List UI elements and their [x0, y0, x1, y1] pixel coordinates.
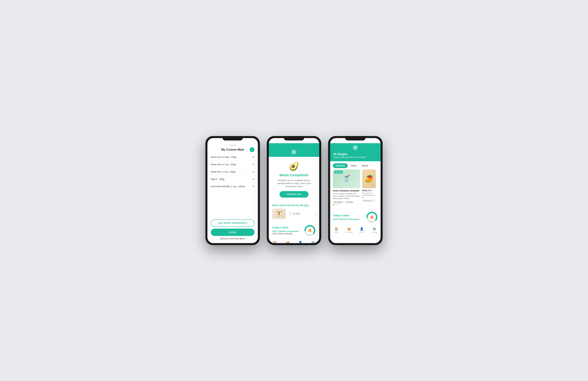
- phones-container: My Custom Meal ✓ Brazil Nuts (4 Cups - 5…: [205, 136, 383, 245]
- recipe-card-2: 🥭 Mango & G... This coconu to taste the …: [362, 169, 376, 207]
- stats-title-3: Today's Stats: [333, 214, 359, 217]
- stats-section: Today's Stats 1231 Calories Consumed 126…: [269, 222, 319, 239]
- check-circle-btn[interactable]: ✓: [250, 147, 254, 152]
- recipe-desc-2: This coconu to taste the your own kit: [362, 192, 376, 199]
- nav-groceries[interactable]: 🧺 Groceries: [281, 241, 294, 243]
- recipe-name-2: Mango & G...: [362, 190, 376, 191]
- groceries-icon: 🧺: [286, 241, 290, 243]
- ingredient-name: Egg (2 - 150g): [211, 178, 225, 180]
- list-item: Brazil Nuts (4 Cups - 500g) ✕: [208, 153, 258, 161]
- logo-row: [334, 145, 377, 150]
- nav-myplan-label-3: My Plan: [359, 231, 365, 233]
- tab-breakfast[interactable]: Breakfast: [333, 163, 348, 168]
- list-item: White Rice (1 Cup - 400g) ✕: [208, 168, 258, 175]
- recipe-image-1: 🥤 Planned: [333, 169, 360, 188]
- settings-icon: ⚙️: [311, 241, 315, 243]
- time-value-1: 5 mins: [348, 201, 353, 203]
- phone2-content: 🥑 Meals Completed! Congrats, you've comp…: [269, 157, 319, 243]
- phone-1-inner: My Custom Meal ✓ Brazil Nuts (4 Cups - 5…: [208, 138, 258, 243]
- next-exercise-icon[interactable]: ›: [315, 212, 316, 216]
- exercise-duration: 15 mins: [293, 212, 300, 215]
- calories-pill-2: 🔥 450 kcal: [362, 199, 376, 202]
- meal-title: My Custom Meal: [221, 148, 244, 151]
- phone-3-inner: Hi Sergio, what would you like to eat to…: [330, 138, 380, 243]
- nav-home-label-3: Home: [334, 231, 338, 233]
- meals-completed-title: Meals Completed!: [274, 173, 314, 177]
- time-pill-1: ⏱ 5 mins: [345, 201, 354, 204]
- calories-value-1: 500 kcal: [336, 201, 342, 203]
- ingredient-name: Brown Rice (1 Cup - 400g): [211, 163, 236, 166]
- phone-2-inner: 🥑 Meals Completed! Congrats, you've comp…: [269, 138, 319, 243]
- notch-1: [222, 136, 243, 141]
- phone3-content: Breakfast Lunch Dinner 🥤 Planned Green G…: [330, 161, 380, 243]
- calories-consumed-3: 1231 Calories Consumed: [333, 218, 359, 220]
- exercise-section: Here's your exercise for the day... 🏋️ ⏱…: [269, 201, 319, 222]
- nav-settings-3[interactable]: ⚙️ Settings: [368, 227, 380, 233]
- flame-icon-small: 🔥: [334, 201, 336, 203]
- phone3-stats: Today's Stats 1231 Calories Consumed 🔥: [330, 209, 380, 226]
- stats-info: Today's Stats 1231 Calories Consumed 126…: [272, 226, 299, 235]
- avocado-icon: 🥑: [274, 162, 314, 171]
- meal-header: My Custom Meal ✓: [208, 148, 258, 153]
- home-icon-3: 🏠: [335, 227, 338, 231]
- phone3-header: Hi Sergio, what would you like to eat to…: [330, 143, 380, 161]
- dot-1: [333, 204, 334, 205]
- phone-2: 🥑 Meals Completed! Congrats, you've comp…: [267, 136, 321, 245]
- notch-3: [345, 136, 366, 141]
- planned-badge: Planned: [334, 171, 343, 173]
- remove-ingredient-icon[interactable]: ✕: [252, 185, 254, 188]
- phone1-content: My Custom Meal ✓ Brazil Nuts (4 Cups - 5…: [208, 143, 258, 243]
- done-button[interactable]: DONE: [211, 229, 254, 236]
- groceries-icon-3: 🧺: [347, 227, 351, 231]
- nav-settings-label-3: Settings: [372, 231, 377, 233]
- nav-myplan[interactable]: 👤 My Plan: [294, 241, 307, 243]
- remove-ingredient-icon[interactable]: ✕: [252, 163, 254, 166]
- logo-icon: [292, 150, 296, 154]
- recipe-scroll: 🥤 Planned Green Goodness Smoothie Yes, i…: [330, 169, 380, 209]
- delete-custom-meal-button[interactable]: DELETE CUSTOM MEAL: [211, 238, 254, 240]
- bottom-nav-2: 🏠 Home 🧺 Groceries 👤 My Plan ⚙️ Settings: [269, 239, 319, 243]
- calories-value-2: 450 kcal: [366, 200, 371, 202]
- recipe-meta-1: 🔥 500 kcal ⏱ 5 mins: [333, 201, 360, 204]
- dot-5: [340, 204, 341, 205]
- list-item: Semi Skimmed Milk (1 Cup - 200ml) ✕: [208, 183, 258, 190]
- greeting: Hi Sergio, what would you like to eat to…: [334, 152, 377, 159]
- nav-groceries-3[interactable]: 🧺 Groceries: [343, 227, 355, 233]
- calories-needed-label: 1269 Calories Needed: [272, 233, 299, 235]
- tab-lunch[interactable]: Lunch: [348, 163, 359, 168]
- remove-ingredient-icon[interactable]: ✕: [252, 170, 254, 173]
- meal-tabs: Breakfast Lunch Dinner: [330, 161, 380, 169]
- view-my-day-button[interactable]: VIEW MY DAY: [279, 191, 309, 198]
- settings-icon-3: ⚙️: [372, 227, 376, 231]
- tab-dinner[interactable]: Dinner: [359, 163, 371, 168]
- carousel-dots-1: [333, 204, 360, 207]
- stats-info-3: Today's Stats 1231 Calories Consumed: [333, 214, 359, 220]
- calories-pill-1: 🔥 500 kcal: [333, 201, 344, 204]
- nav-home-3[interactable]: 🏠 Home: [330, 227, 343, 233]
- nav-home[interactable]: 🏠 Home: [269, 241, 281, 243]
- exercise-duration-pill: ⏱ 15 mins: [288, 212, 302, 216]
- bottom-nav-3: 🏠 Home 🧺 Groceries 👤 My Plan ⚙️ Settings: [330, 226, 380, 235]
- ingredient-name: Semi Skimmed Milk (1 Cup - 200ml): [211, 185, 245, 188]
- nav-settings[interactable]: ⚙️ Settings: [307, 241, 319, 243]
- exercise-card: 🏋️ ⏱ 15 mins ›: [272, 209, 316, 219]
- drag-handle[interactable]: [229, 145, 236, 146]
- remove-ingredient-icon[interactable]: ✕: [252, 178, 254, 181]
- donut-chart-3: 🔥: [366, 211, 378, 223]
- flame-icon: 🔥: [308, 229, 312, 233]
- myplan-icon: 👤: [298, 241, 302, 243]
- meals-completed-text: Congrats, you've completed all your plan…: [274, 179, 314, 188]
- recipe-desc-1: Yes, it's a green smoothie, and there's …: [333, 193, 360, 200]
- nav-myplan-3[interactable]: 👤 My Plan: [355, 227, 368, 233]
- home-icon: 🏠: [273, 241, 277, 243]
- remove-ingredient-icon[interactable]: ✕: [252, 156, 254, 159]
- ingredient-list: Brazil Nuts (4 Cups - 500g) ✕ Brown Rice…: [208, 153, 258, 217]
- svg-point-5: [356, 147, 356, 148]
- list-item: Egg (2 - 150g) ✕: [208, 175, 258, 183]
- dot-2: [335, 204, 336, 205]
- donut-chart: 🔥: [304, 225, 316, 236]
- ingredient-name: Brazil Nuts (4 Cups - 500g): [211, 156, 237, 158]
- recipe-name-1: Green Goodness Smoothie: [333, 190, 360, 192]
- add-more-ingredients-button[interactable]: ADD MORE INGREDIENTS: [211, 219, 254, 227]
- exercise-thumbnail: 🏋️: [272, 209, 286, 219]
